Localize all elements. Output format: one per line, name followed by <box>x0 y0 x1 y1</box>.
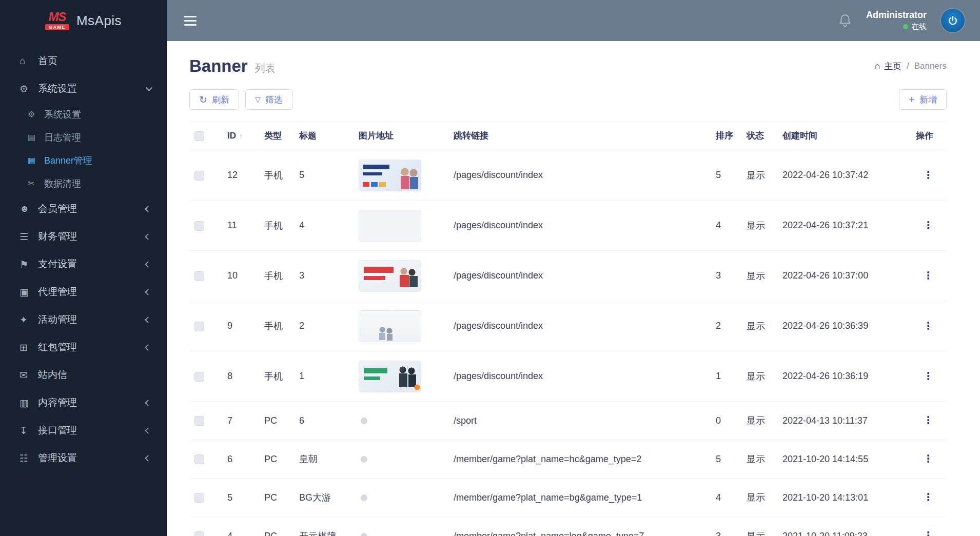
banner-thumbnail[interactable] <box>359 361 421 392</box>
cell-status: 显示 <box>741 517 777 536</box>
table-row: 9 手机 2 /pages/discount/index 2 显示 2022-0… <box>189 301 947 351</box>
cell-status: 显示 <box>741 301 777 351</box>
sidebar-item-activity-management[interactable]: ✦活动管理 <box>0 306 167 333</box>
coins-icon: ☰ <box>19 231 38 243</box>
cell-title: 1 <box>294 351 354 402</box>
sidebar-item-label: 代理管理 <box>38 285 77 299</box>
banner-thumbnail[interactable] <box>361 456 367 463</box>
menu-toggle-button[interactable] <box>184 16 198 26</box>
column-header-created: 创建时间 <box>777 122 911 150</box>
sidebar-item-data-cleanup[interactable]: ✂数据清理 <box>0 172 167 195</box>
sidebar-item-label: 站内信 <box>38 368 67 382</box>
cell-type: 手机 <box>259 201 294 251</box>
row-checkbox[interactable] <box>194 531 204 536</box>
row-actions-menu[interactable] <box>923 415 933 425</box>
breadcrumb-home-link[interactable]: 主页 <box>874 61 901 72</box>
cell-status: 显示 <box>741 479 777 517</box>
sidebar-item-api-management[interactable]: ↧接口管理 <box>0 416 167 444</box>
app-root: MS GAME MsApis ⌂首页⚙系统设置⚙系统设置▤日志管理▦Banner… <box>0 0 980 536</box>
banner-thumbnail[interactable] <box>361 418 367 424</box>
column-header-id[interactable]: ID <box>222 122 259 150</box>
column-header-title: 标题 <box>294 122 354 150</box>
chevron-left-icon <box>145 233 151 240</box>
row-actions-menu[interactable] <box>923 530 933 536</box>
sidebar-item-log-management[interactable]: ▤日志管理 <box>0 126 167 149</box>
nodes-icon: ✦ <box>19 314 38 326</box>
cell-id: 11 <box>222 201 259 251</box>
banner-thumbnail[interactable] <box>359 210 421 242</box>
cell-created: 2022-04-13 10:11:37 <box>777 402 911 440</box>
cell-status: 显示 <box>741 440 777 479</box>
row-checkbox[interactable] <box>194 171 204 181</box>
cell-sort: 1 <box>711 351 741 402</box>
cell-type: 手机 <box>259 351 294 402</box>
banner-thumbnail[interactable] <box>359 310 421 342</box>
cell-title: 皇朝 <box>294 440 354 479</box>
banner-thumbnail[interactable] <box>361 533 367 536</box>
cell-created: 2022-04-26 10:37:21 <box>777 201 911 251</box>
row-actions-menu[interactable] <box>923 371 933 381</box>
refresh-button[interactable]: 刷新 <box>189 89 239 110</box>
sidebar-item-payment-settings[interactable]: ⚑支付设置 <box>0 250 167 278</box>
sidebar-item-home[interactable]: ⌂首页 <box>0 47 167 75</box>
sidebar-item-member-management[interactable]: ☻会员管理 <box>0 195 167 223</box>
select-all-checkbox[interactable] <box>194 131 204 141</box>
home-icon <box>874 61 880 72</box>
row-actions-menu[interactable] <box>923 321 933 331</box>
row-actions-menu[interactable] <box>923 170 933 180</box>
add-button[interactable]: 新增 <box>899 89 947 110</box>
row-checkbox[interactable] <box>194 372 204 382</box>
row-checkbox[interactable] <box>194 221 204 231</box>
id-card-icon: ▣ <box>19 286 38 298</box>
row-checkbox[interactable] <box>194 493 204 503</box>
row-actions-menu[interactable] <box>923 453 933 464</box>
topbar: Administrator 在线 <box>167 0 980 41</box>
row-checkbox[interactable] <box>194 271 204 281</box>
sidebar-item-system-settings[interactable]: ⚙系统设置 <box>0 75 167 103</box>
sidebar-item-content-management[interactable]: ▥内容管理 <box>0 389 167 416</box>
row-checkbox[interactable] <box>194 416 204 426</box>
chevron-left-icon <box>145 400 151 406</box>
banner-thumbnail[interactable] <box>359 160 421 191</box>
sidebar-item-banner-management[interactable]: ▦Banner管理 <box>0 149 167 172</box>
sidebar-item-system-settings-sub[interactable]: ⚙系统设置 <box>0 103 167 126</box>
cell-status: 显示 <box>741 150 777 201</box>
cell-link: /sport <box>448 402 711 440</box>
filter-button[interactable]: 筛选 <box>245 89 292 110</box>
brand[interactable]: MS GAME MsApis <box>0 0 167 41</box>
chevron-left-icon <box>145 427 151 434</box>
row-actions-menu[interactable] <box>923 492 933 502</box>
image-icon: ▦ <box>28 155 44 165</box>
sidebar-item-admin-settings[interactable]: ☷管理设置 <box>0 444 167 472</box>
gear-icon: ⚙ <box>28 109 44 119</box>
cell-title: 2 <box>294 301 354 351</box>
sidebar-item-label: Banner管理 <box>44 154 92 167</box>
column-header-type: 类型 <box>259 122 294 150</box>
cell-type: 手机 <box>259 301 294 351</box>
table-row: 6 PC 皇朝 /member/game?plat_name=hc&game_t… <box>189 440 947 479</box>
notifications-bell-icon[interactable] <box>838 13 852 28</box>
user-icon: ☻ <box>19 203 38 214</box>
avatar[interactable] <box>941 9 965 32</box>
cell-type: 手机 <box>259 251 294 301</box>
row-actions-menu[interactable] <box>923 220 933 230</box>
sidebar-item-label: 财务管理 <box>38 230 77 243</box>
sidebar-item-agent-management[interactable]: ▣代理管理 <box>0 278 167 306</box>
banner-thumbnail[interactable] <box>361 494 367 501</box>
logo-game-badge: GAME <box>45 24 69 30</box>
cell-sort: 2 <box>711 301 741 351</box>
table-row: 8 手机 1 /pages/discount/index 1 显示 2022-0… <box>189 351 947 402</box>
cell-title: 5 <box>294 150 354 201</box>
banner-thumbnail[interactable] <box>359 260 421 292</box>
sidebar-item-redpacket-management[interactable]: ⊞红包管理 <box>0 333 167 361</box>
copy-icon: ▥ <box>19 397 38 409</box>
row-actions-menu[interactable] <box>923 270 933 281</box>
row-checkbox[interactable] <box>194 322 204 331</box>
row-checkbox[interactable] <box>194 454 204 464</box>
table-row: 11 手机 4 /pages/discount/index 4 显示 2022-… <box>189 201 947 251</box>
cell-created: 2021-10-20 14:14:55 <box>777 440 911 479</box>
sidebar-item-finance-management[interactable]: ☰财务管理 <box>0 223 167 250</box>
toolbar: 刷新 筛选 新增 <box>189 89 947 110</box>
sidebar-item-site-mail[interactable]: ✉站内信 <box>0 361 167 389</box>
cell-link: /member/game?plat_name=leg&game_type=7 <box>448 517 711 536</box>
